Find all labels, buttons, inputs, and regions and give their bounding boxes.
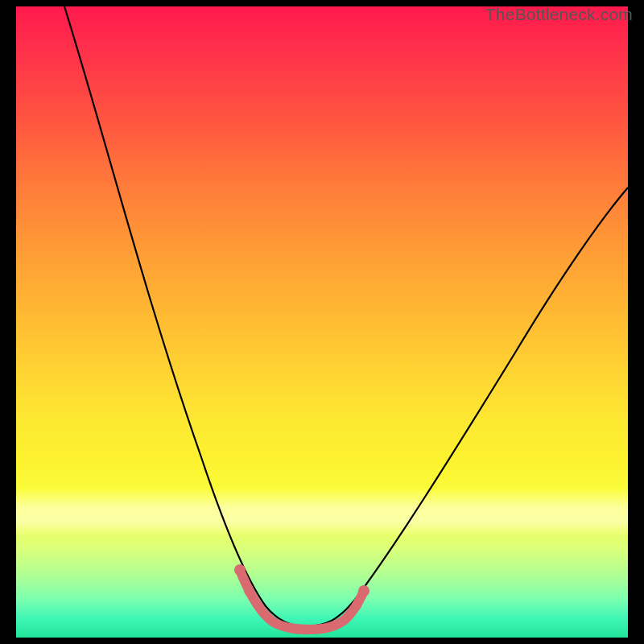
svg-point-0: [234, 564, 246, 576]
chart-frame: TheBottleneck.com: [0, 0, 644, 644]
watermark-text: TheBottleneck.com: [485, 5, 633, 24]
plot-area: [16, 6, 628, 638]
curve-overlay: [16, 6, 628, 638]
highlight-segment-path: [240, 570, 364, 630]
svg-point-1: [244, 586, 254, 596]
svg-point-3: [352, 601, 361, 610]
svg-point-2: [358, 585, 369, 597]
bottleneck-curve-path: [64, 6, 628, 626]
